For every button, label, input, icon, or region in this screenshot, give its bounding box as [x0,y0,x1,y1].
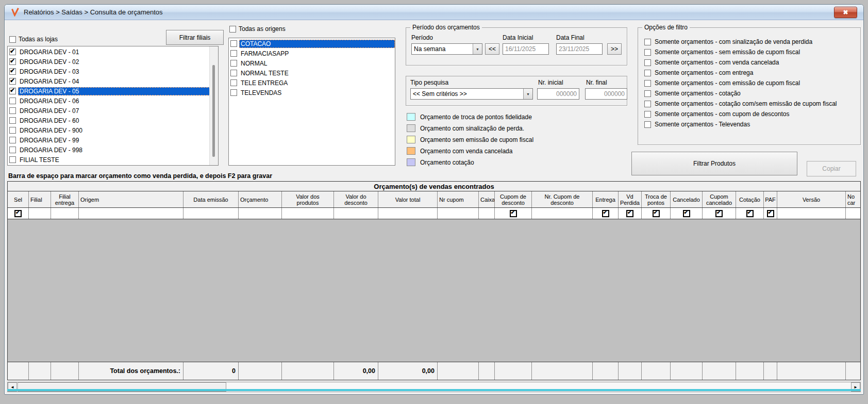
origin-list-item[interactable]: NORMAL [229,58,395,68]
store-list-item-checkbox[interactable] [9,68,16,75]
store-list-item[interactable]: DROGARIA DEV - 07 [8,106,218,116]
filter-option[interactable]: Somente orçamentos - com sinalização de … [644,38,812,45]
origin-list-item[interactable]: NORMAL TESTE [229,68,395,78]
store-list-item-checkbox[interactable] [9,156,16,163]
end-date-input[interactable]: 23/11/2025 [556,43,603,55]
store-list-item[interactable]: DROGARIA DEV - 998 [8,145,218,155]
grid-filter-cell [764,208,777,219]
grid-filter-checkbox[interactable] [626,210,633,217]
filter-option[interactable]: Somente orçamentos - cotação com/sem emi… [644,100,837,107]
grid-filter-checkbox[interactable] [510,210,517,217]
stores-scrollbar[interactable] [209,46,218,165]
select-all-stores-checkbox[interactable] [9,36,16,43]
nr-start-input[interactable]: 000000 [537,88,579,100]
filter-option[interactable]: Somente orçamentos - com cupom de descon… [644,110,789,118]
grid-header-row: SelFilialFilial entregaOrigemData emissã… [8,191,860,208]
store-list-item[interactable]: FILIAL TESTE [8,155,218,165]
store-list-item-checkbox[interactable] [9,127,16,134]
store-list-item[interactable]: DROGARIA DEV - 02 [8,57,218,67]
filter-option-checkbox[interactable] [644,111,651,118]
filter-option-checkbox[interactable] [644,59,651,66]
store-list-item-checkbox[interactable] [9,147,16,153]
grid-filter-checkbox[interactable] [653,210,660,217]
legend-label: Orçamento cotação [420,159,474,166]
stores-listbox[interactable]: DROGARIA DEV - 01DROGARIA DEV - 02DROGAR… [7,46,219,166]
store-list-item[interactable]: DROGARIA DEV - 99 [8,135,218,145]
filter-option-checkbox[interactable] [644,101,651,107]
store-list-item[interactable]: DROGARIA DEV - 04 [8,76,218,86]
copy-button[interactable]: Copiar [807,161,856,176]
filter-branches-button[interactable]: Filtrar filiais [166,30,224,45]
grid-filter-checkbox[interactable] [767,210,774,217]
origin-list-item[interactable]: COTACAO [229,39,395,49]
grid-filter-checkbox[interactable] [14,210,22,217]
store-list-item-checkbox[interactable] [9,58,16,65]
origins-listbox[interactable]: COTACAOFARMACIASAPPNORMALNORMAL TESTETEL… [228,38,395,166]
store-list-item-checkbox[interactable] [9,137,16,143]
period-select[interactable]: Na semana ▼ [411,43,482,55]
grid-filter-checkbox[interactable] [715,210,723,217]
grid-filter-checkbox[interactable] [683,210,690,217]
filter-option-checkbox[interactable] [644,90,651,97]
store-list-item[interactable]: DROGARIA DEV - 60 [8,116,218,125]
store-list-item-checkbox[interactable] [9,88,16,94]
origin-list-item[interactable]: TELEVENDAS [229,88,395,98]
filter-products-button[interactable]: Filtrar Produtos [631,152,797,175]
start-date-input[interactable]: 16/11/2025 [503,43,549,55]
store-list-item-checkbox[interactable] [9,49,16,55]
store-list-item-label: DROGARIA DEV - 02 [18,58,218,66]
previous-period-button[interactable]: << [485,43,499,55]
next-period-button[interactable]: >> [607,43,622,55]
filter-option-checkbox[interactable] [644,49,651,56]
filter-option-checkbox[interactable] [644,80,651,87]
filter-option-label: Somente orçamentos - com venda cancelada [655,59,779,66]
store-list-item-checkbox[interactable] [9,117,16,124]
legend-row: Orçamento com sinalização de perda. [407,124,524,132]
origin-list-item-checkbox[interactable] [230,50,237,57]
filter-option[interactable]: Somente orçamentos - Televendas [644,121,750,128]
filter-option-checkbox[interactable] [644,39,651,45]
origin-list-item[interactable]: TELE ENTREGA [229,78,395,88]
store-list-item-checkbox[interactable] [9,98,16,104]
grid-filter-checkbox[interactable] [746,210,754,217]
grid-filter-cell [239,208,282,219]
grid-filter-cell [183,208,239,219]
filter-option-label: Somente orçamentos - com entrega [655,69,753,76]
nr-end-input[interactable]: 000000 [585,88,627,100]
filter-option-checkbox[interactable] [644,121,651,128]
search-type-select[interactable]: << Sem critérios >> ▼ [410,88,533,100]
search-type-select-arrow-icon[interactable]: ▼ [523,89,532,99]
filter-option[interactable]: Somente orçamentos - com emissão de cupo… [644,79,800,87]
filter-option[interactable]: Somente orçamentos - com entrega [644,69,753,76]
store-list-item-checkbox[interactable] [9,78,16,85]
filter-option-checkbox[interactable] [644,70,651,76]
store-list-item[interactable]: DROGARIA DEV - 05 [8,86,218,96]
origin-list-item-checkbox[interactable] [230,70,237,76]
close-button[interactable]: ✖ [834,7,857,18]
grid-header-cell: Valor do desconto [334,191,378,207]
select-all-origins-checkbox[interactable] [229,26,236,33]
stores-scrollbar-thumb[interactable] [212,65,215,157]
period-groupbox: Período dos orçamentos Período Na semana… [406,27,627,66]
filter-option[interactable]: Somente orçamentos - sem emissão de cupo… [644,49,800,56]
origin-list-item-checkbox[interactable] [230,40,237,47]
origin-list-item[interactable]: FARMACIASAPP [229,49,395,58]
store-list-item[interactable]: DROGARIA DEV - 06 [8,96,218,106]
grid-total-cell: 0 [183,362,239,380]
grid-total-cell [703,362,736,380]
grid-filter-checkbox[interactable] [602,210,609,217]
origin-list-item-checkbox[interactable] [230,60,237,67]
store-list-item[interactable]: DROGARIA DEV - 900 [8,125,218,135]
period-select-arrow-icon[interactable]: ▼ [473,44,482,54]
origin-list-item-checkbox[interactable] [230,79,237,86]
filter-option[interactable]: Somente orçamentos - com venda cancelada [644,59,779,66]
grid-filter-cell [846,208,860,219]
store-list-item[interactable]: DROGARIA DEV - 01 [8,47,218,57]
filter-option[interactable]: Somente orçamentos - cotação [644,90,741,97]
select-all-stores[interactable]: Todas as lojas [9,36,58,43]
select-all-origins[interactable]: Todas as origens [229,25,286,33]
period-label: Período [411,34,433,41]
origin-list-item-checkbox[interactable] [230,89,237,96]
store-list-item[interactable]: DROGARIA DEV - 03 [8,67,218,76]
store-list-item-checkbox[interactable] [9,107,16,114]
